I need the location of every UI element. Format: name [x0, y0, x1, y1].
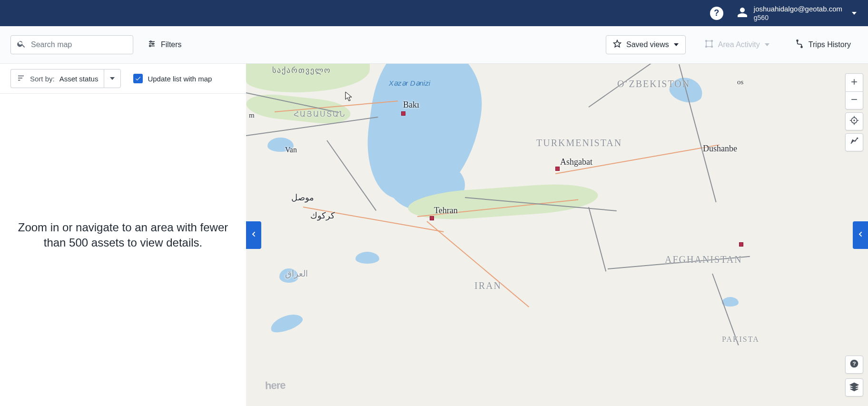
- user-email: joshuahidalgo@geotab.com: [754, 4, 842, 14]
- lake-3: [268, 311, 305, 336]
- main-content: Sort by: Asset status Update list with m…: [0, 64, 868, 406]
- lake-4: [355, 252, 379, 264]
- chevron-left-icon: [857, 229, 864, 241]
- svg-point-9: [711, 40, 712, 42]
- zone-plus-icon: [849, 137, 859, 148]
- sort-row: Sort by: Asset status Update list with m…: [0, 64, 246, 94]
- map-controls-top: [845, 73, 863, 151]
- svg-text:?: ?: [852, 360, 856, 366]
- crosshair-icon: [849, 116, 859, 127]
- trips-history-label: Trips History: [809, 40, 851, 49]
- area-activity-label: Area Activity: [718, 40, 760, 49]
- layers-icon: [849, 382, 859, 393]
- edge-label: m: [249, 111, 255, 119]
- sort-by-button[interactable]: Sort by: Asset status: [10, 69, 104, 88]
- edge-label: os: [737, 78, 743, 86]
- city-marker[interactable]: [430, 216, 434, 220]
- chevron-down-icon: [765, 43, 769, 46]
- city-label: Van: [285, 146, 297, 154]
- saved-views-button[interactable]: Saved views: [606, 35, 686, 54]
- sort-by-label: Sort by:: [30, 75, 55, 83]
- svg-point-10: [705, 46, 707, 48]
- chevron-left-icon: [250, 229, 257, 241]
- city-label: Tehran: [434, 206, 458, 216]
- svg-rect-7: [706, 41, 712, 47]
- zoom-out-button[interactable]: [845, 91, 863, 109]
- country-label: ՀԱՅԱՍՏԱՆ: [294, 109, 346, 119]
- asset-sidebar: Sort by: Asset status Update list with m…: [0, 64, 246, 406]
- collapse-sidebar-button[interactable]: [246, 221, 261, 249]
- user-org: g560: [754, 13, 842, 22]
- city-label: موصل: [291, 192, 314, 203]
- help-icon: ?: [714, 8, 719, 18]
- country-label: PAKISTA: [722, 335, 760, 344]
- svg-marker-6: [613, 40, 621, 47]
- collapse-right-panel-button[interactable]: [853, 221, 868, 249]
- help-icon: ?: [849, 359, 859, 370]
- trips-history-button[interactable]: Trips History: [789, 36, 858, 54]
- caret-down-icon: [852, 12, 857, 15]
- city-label: كركوك: [310, 210, 335, 221]
- chevron-down-icon: [674, 43, 679, 46]
- update-list-label: Update list with map: [148, 75, 212, 83]
- user-text: joshuahidalgo@geotab.com g560: [754, 4, 842, 22]
- filters-button[interactable]: Filters: [146, 37, 184, 53]
- country-label: IRAN: [474, 280, 502, 291]
- area-icon: [705, 40, 713, 50]
- sidebar-empty-message: Zoom in or navigate to an area with fewe…: [0, 219, 246, 250]
- map-attribution: here: [265, 379, 286, 392]
- top-navbar: ? joshuahidalgo@geotab.com g560: [0, 0, 868, 26]
- svg-point-4: [152, 43, 154, 45]
- city-marker[interactable]: [555, 167, 560, 171]
- user-icon: [737, 7, 748, 20]
- city-label: Dushanbe: [703, 144, 737, 154]
- help-button[interactable]: ?: [710, 7, 723, 20]
- search-input[interactable]: [31, 40, 127, 49]
- svg-point-18: [853, 119, 855, 121]
- svg-point-5: [149, 45, 151, 47]
- filters-label: Filters: [161, 40, 182, 49]
- saved-views-label: Saved views: [626, 40, 669, 49]
- city-label: Bakı: [403, 100, 419, 110]
- country-border: [588, 207, 606, 272]
- road: [426, 221, 529, 307]
- add-zone-button[interactable]: [845, 133, 863, 151]
- svg-point-3: [150, 41, 151, 42]
- mouse-cursor: [345, 91, 353, 102]
- country-label: საქართველო: [272, 66, 331, 75]
- checkbox-checked-icon: [133, 74, 143, 83]
- svg-marker-21: [850, 383, 858, 387]
- water-label-caspian: Xəzər Dənizi: [389, 79, 430, 88]
- star-icon: [613, 40, 621, 50]
- city-label: Ashgabat: [560, 157, 592, 167]
- country-label: OʻZBEKISTON: [617, 78, 690, 89]
- country-label: TURKMENISTAN: [536, 138, 622, 149]
- user-menu[interactable]: joshuahidalgo@geotab.com g560: [737, 4, 857, 22]
- update-list-checkbox[interactable]: Update list with map: [133, 74, 212, 83]
- caret-down-icon: [110, 77, 115, 80]
- minus-icon: [849, 95, 859, 106]
- svg-point-8: [705, 40, 707, 42]
- map-canvas[interactable]: Xəzər Dənizi TURKMENISTAN IRAN AFGHANIST…: [246, 64, 868, 406]
- sliders-icon: [148, 40, 156, 50]
- zoom-in-button[interactable]: [845, 73, 863, 91]
- search-icon: [17, 39, 26, 50]
- plus-icon: [849, 77, 859, 89]
- city-marker[interactable]: [739, 242, 743, 247]
- map-controls-bottom: ?: [845, 356, 863, 396]
- toolbar: Filters Saved views Area Activity Trips …: [0, 26, 868, 64]
- layers-button[interactable]: [845, 378, 863, 396]
- route-icon: [795, 40, 804, 50]
- city-marker[interactable]: [401, 111, 405, 116]
- map-help-button[interactable]: ?: [845, 356, 863, 374]
- svg-point-11: [711, 46, 712, 48]
- sort-dropdown-toggle[interactable]: [104, 69, 121, 88]
- country-label-ar: العراق: [285, 268, 308, 279]
- sort-by-value: Asset status: [59, 75, 99, 83]
- locate-button[interactable]: [845, 112, 863, 130]
- search-input-wrap[interactable]: [10, 35, 133, 54]
- sort-icon: [17, 74, 25, 84]
- area-activity-button: Area Activity: [698, 36, 776, 54]
- sort-by-control[interactable]: Sort by: Asset status: [10, 69, 121, 88]
- country-label: AFGHANISTAN: [665, 254, 742, 265]
